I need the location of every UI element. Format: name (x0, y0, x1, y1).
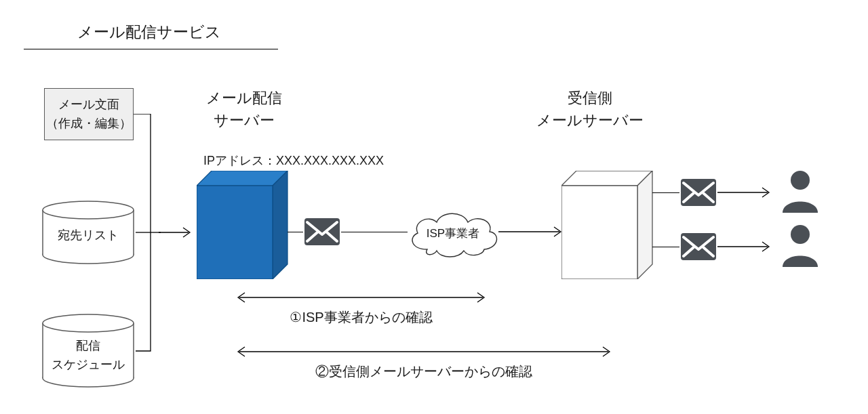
svg-marker-21 (637, 171, 652, 279)
server-check-arrow (234, 346, 614, 358)
arrow-mail-to-user-top (717, 187, 774, 198)
title-underline (24, 49, 278, 49)
schedule-line1: 配信 (41, 337, 136, 356)
input-content-line2: （作成・編集） (45, 115, 133, 133)
receiving-server-line1: 受信側 (522, 87, 658, 109)
receiving-server-icon (561, 171, 656, 279)
svg-point-9 (43, 314, 134, 332)
arrow-cloud-to-receiver (498, 226, 566, 237)
svg-rect-23 (681, 179, 716, 206)
address-list-label: 宛先リスト (41, 227, 136, 243)
line-server-to-mail (288, 232, 303, 232)
input-content-box: メール文面 （作成・編集） (44, 88, 134, 140)
isp-check-arrow (234, 291, 488, 304)
arrow-mail-to-user-bottom (717, 241, 774, 252)
svg-marker-20 (561, 171, 652, 186)
envelope-icon-top (679, 178, 717, 207)
svg-point-31 (791, 171, 810, 190)
svg-rect-15 (197, 186, 273, 279)
line-recv-to-mail-top (652, 192, 679, 193)
arrow-to-delivery-server (159, 227, 195, 238)
envelope-icon (303, 217, 341, 247)
diagram-title: メール配信サービス (41, 22, 258, 43)
input-connector-lines (134, 114, 161, 354)
svg-rect-26 (681, 233, 716, 260)
svg-rect-16 (304, 218, 340, 245)
server-check-label: ②受信側メールサーバーからの確認 (234, 363, 614, 381)
delivery-server-icon (197, 171, 292, 279)
line-mail-to-cloud (341, 232, 408, 232)
isp-check-label: ①ISP事業者からの確認 (234, 308, 488, 327)
line-recv-to-mail-bottom (652, 247, 679, 247)
user-icon-top (780, 168, 821, 214)
user-icon-bottom (780, 222, 821, 268)
delivery-server-line2: サーバー (183, 109, 305, 131)
receiving-server-title: 受信側 メールサーバー (522, 87, 658, 131)
svg-marker-13 (197, 171, 288, 186)
svg-point-32 (791, 225, 810, 244)
delivery-server-line1: メール配信 (183, 87, 305, 109)
delivery-server-title: メール配信 サーバー (183, 87, 305, 131)
svg-marker-14 (273, 171, 288, 279)
ip-address-label: IPアドレス：XXX.XXX.XXX.XXX (203, 152, 384, 169)
schedule-label: 配信 スケジュール (41, 337, 136, 375)
receiving-server-line2: メールサーバー (522, 109, 658, 131)
input-content-line1: メール文面 (45, 96, 133, 115)
svg-rect-22 (561, 186, 637, 279)
svg-point-4 (43, 201, 134, 219)
schedule-line2: スケジュール (41, 356, 136, 375)
isp-cloud-label: ISP事業者 (406, 226, 500, 241)
envelope-icon-bottom (679, 232, 717, 262)
